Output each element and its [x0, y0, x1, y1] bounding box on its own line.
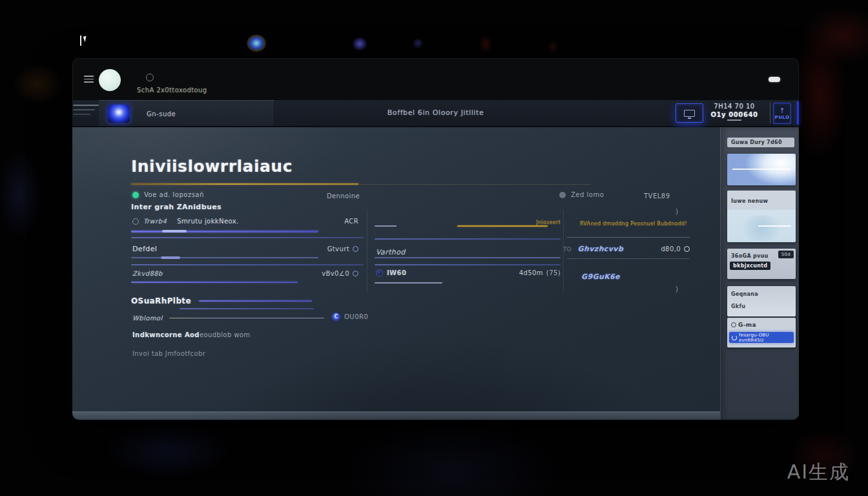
- app-window: SchA 2x0ttoxodtoug Gn-sude Boffbel 6in O…: [72, 58, 799, 420]
- status-ring-icon: [146, 74, 154, 81]
- row2-toggle-icon[interactable]: [353, 246, 358, 252]
- slider-row2[interactable]: [131, 257, 318, 258]
- right-divider-1: [567, 237, 690, 238]
- mid-gold-label: Jnioseert: [477, 220, 561, 225]
- up-arrow-icon: ↑: [779, 107, 785, 114]
- thumbnail3-line2: bkbjxcuntd: [730, 262, 770, 270]
- page-title: Iniviislowrrlaiauc: [131, 157, 293, 176]
- hamburger-menu-icon[interactable]: [84, 76, 94, 83]
- sidebar-thumbnail-3[interactable]: 50d 36oGA pvuu bkbjxcuntd: [727, 249, 796, 279]
- row2-value-text: Gtvurt: [327, 245, 349, 253]
- slider-row1[interactable]: [131, 231, 318, 232]
- mid-slider-2[interactable]: [375, 257, 561, 258]
- mid-slider-stub[interactable]: [375, 225, 397, 227]
- mid-row-3: IW60 4d50m (75): [376, 269, 561, 276]
- section2-row-slider[interactable]: [169, 318, 324, 319]
- row3-value: vBv0∠0: [322, 270, 358, 277]
- column-divider-1: [367, 210, 367, 293]
- mid-slider-3[interactable]: [375, 282, 442, 284]
- right-prefix: TO: [563, 246, 572, 253]
- right-notice: RVAned dmoddng Peosnuel Bubdnodd!: [567, 221, 687, 227]
- radio-circle-icon[interactable]: [132, 218, 139, 225]
- right-link-2[interactable]: G9GuK6e: [581, 273, 620, 281]
- cursor-arrow-icon: [83, 36, 88, 42]
- footer-strip: [72, 411, 799, 420]
- main-panel: Iniviislowrrlaiauc Voe ad. Iopozsañ Denn…: [72, 127, 799, 420]
- thumbnail5-selected-item[interactable]: fesargu-OBU evnRR45U: [729, 332, 794, 343]
- window-titlebar: SchA 2x0ttoxodtoug: [72, 58, 799, 100]
- mid-row3-value-text: 4d50m: [519, 269, 543, 276]
- row3-label: Zkvd88b: [132, 270, 163, 277]
- row3-toggle-icon[interactable]: [353, 271, 358, 276]
- thumbnail5-line1-text: G-ma: [738, 322, 756, 328]
- nav-edge-accent: [797, 101, 799, 125]
- right-row-2: G9GuK6e: [581, 269, 620, 282]
- nav-status-block: 7H14 70 10 O1y 000640: [706, 103, 763, 121]
- slider-row2b[interactable]: [131, 264, 364, 265]
- body-text-2: Invoi tab Jmfootfcobr: [132, 350, 205, 357]
- mid-slider-2b[interactable]: [375, 264, 561, 265]
- section2-row-label: Wblomol: [132, 315, 163, 322]
- thumbnail4-line2: Gkfu: [731, 304, 745, 309]
- slider-row1-handle[interactable]: [162, 230, 187, 232]
- slider-row1b[interactable]: [131, 237, 364, 238]
- title-underline: [131, 183, 358, 185]
- status-left-value: Dennoine: [318, 192, 360, 200]
- mid-row2-label: Varthod: [376, 248, 406, 256]
- sidebar-header[interactable]: Guwa Dury 7d60: [727, 138, 794, 147]
- sidebar-thumbnail-4[interactable]: Geqnana Gkfu: [727, 286, 796, 316]
- body-text-1: Indkwncorne Aodeoudblob wom: [132, 331, 250, 338]
- thumbnail4-line1: Geqnana: [731, 291, 758, 297]
- status-right-value: TVEL89: [644, 192, 670, 200]
- mouse-cursor: [80, 34, 90, 48]
- right-divider-2: [567, 258, 690, 259]
- thumbnail5-line1: G-ma: [731, 322, 756, 328]
- thumbnail1-line: [732, 169, 790, 170]
- sidebar-thumbnail-1[interactable]: [727, 154, 796, 185]
- section2-slider-a[interactable]: [199, 300, 312, 302]
- thumbnail3-line1: 36oGA pvuu: [731, 253, 769, 259]
- nav-status-underline: [727, 119, 741, 121]
- monitor-icon: [684, 110, 695, 117]
- section2-slider-b[interactable]: [180, 308, 314, 309]
- row1-sublabel: Smrutu jokkNeox.: [177, 218, 238, 225]
- gray-status-dot-icon: [559, 192, 566, 198]
- thumbnail3-badge: 50d: [778, 251, 794, 258]
- refresh-badge-icon[interactable]: C: [332, 313, 340, 321]
- mid-divider-slider[interactable]: [375, 238, 561, 240]
- ring-icon: [731, 322, 736, 327]
- loading-ring-icon: [732, 335, 737, 340]
- section2-row-value: OU0R0: [344, 313, 368, 320]
- upload-button[interactable]: ↑ PULO: [773, 103, 791, 124]
- display-mode-button[interactable]: [676, 103, 703, 123]
- body-text-1-rest: eoudblob wom: [200, 331, 251, 338]
- minimize-pill-icon[interactable]: [769, 77, 780, 82]
- section2-title: OSuaRhPlbte: [131, 296, 191, 305]
- desktop-background: SchA 2x0ttoxodtoug Gn-sude Boffbel 6in O…: [0, 0, 868, 496]
- sidebar-thumbnail-5[interactable]: G-ma fesargu-OBU evnRR45U: [727, 318, 796, 347]
- scroll-mark-bottom: ⟩: [676, 285, 678, 293]
- mid-row3-badge: (75): [546, 269, 561, 276]
- slider-row2-handle[interactable]: [161, 256, 180, 259]
- form-row-2: Defdel Gtvurt: [132, 245, 358, 253]
- orb-icon[interactable]: [376, 269, 383, 276]
- right-link-1[interactable]: Ghvzhcvvb: [578, 245, 624, 253]
- body-text-1-strong: Indkwncorne Aod: [132, 331, 200, 338]
- row3-value-text: vBv0∠0: [322, 270, 349, 277]
- avatar[interactable]: [99, 69, 121, 91]
- form-row-3: Zkvd88b vBv0∠0: [132, 270, 358, 277]
- mid-row-2: Varthod: [376, 245, 406, 257]
- cursor-bar-icon: [80, 36, 81, 46]
- mid-row3-label: IW60: [387, 269, 406, 276]
- right-sidebar: Guwa Dury 7d60 Iuwe nenuw 50d 36oGA pvuu…: [720, 127, 799, 420]
- sidebar-thumbnail-2[interactable]: Iuwe nenuw: [727, 191, 796, 242]
- mid-row3-value: 4d50m (75): [519, 269, 561, 276]
- section2-row: Wblomol: [132, 315, 365, 322]
- right-toggle-icon[interactable]: [684, 246, 690, 252]
- row2-label: Defdel: [132, 245, 157, 253]
- green-status-dot-icon: [132, 192, 139, 198]
- section-subheading: Inter grah ZAnidbues: [131, 203, 222, 211]
- mid-gold-slider[interactable]: [457, 225, 548, 227]
- slider-row3[interactable]: [131, 282, 298, 283]
- titlebar-subtitle: SchA 2x0ttoxodtoug: [137, 87, 207, 94]
